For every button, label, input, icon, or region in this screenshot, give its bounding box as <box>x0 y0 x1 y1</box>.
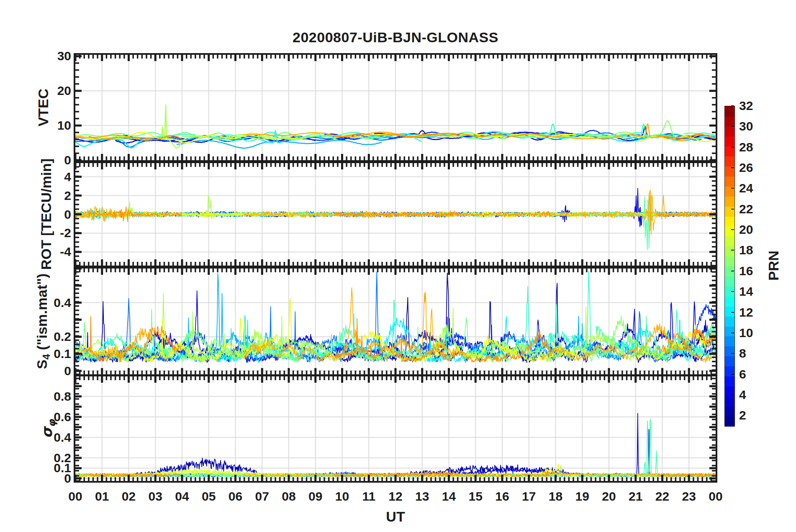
colorbar-label-prn: PRN <box>765 251 782 281</box>
x-tick-label-24: 00 <box>701 489 730 504</box>
colorbar-tick-mark-22 <box>731 209 734 210</box>
colorbar-segment-5 <box>725 376 734 386</box>
colorbar-segment-9 <box>725 336 734 347</box>
colorbar-tick-mark-24 <box>731 188 734 189</box>
colorbar-tick-mark-2 <box>731 415 734 416</box>
colorbar-tick-mark-20 <box>731 229 734 230</box>
colorbar-tick-mark-28 <box>731 147 734 148</box>
panel-s4 <box>74 267 717 376</box>
y-tick-label-vtec-30: 30 <box>39 49 71 63</box>
colorbar-tick-label-10: 10 <box>739 326 753 340</box>
y-tick-label-s4-0.4: 0.4 <box>39 296 71 310</box>
colorbar-tick-mark-32 <box>731 105 734 106</box>
panel-sigma-plot-canvas <box>75 376 716 481</box>
x-tick-label-8: 08 <box>274 489 303 504</box>
colorbar-segment-30 <box>725 126 734 137</box>
x-tick-label-21: 21 <box>621 489 650 504</box>
y-tick-label-s4-0.1: 0.1 <box>39 347 71 361</box>
x-tick-label-20: 20 <box>594 489 624 504</box>
colorbar-segment-10 <box>725 326 734 337</box>
x-tick-label-14: 14 <box>434 489 464 504</box>
colorbar-tick-mark-26 <box>731 167 734 168</box>
y-tick-label-s4-0: 0 <box>39 364 71 378</box>
y-tick-label-rot-2: 2 <box>39 189 71 203</box>
colorbar-segment-29 <box>725 136 734 147</box>
panel-vtec <box>74 53 717 162</box>
colorbar-segment-11 <box>725 316 734 327</box>
colorbar-tick-label-24: 24 <box>739 181 753 195</box>
x-tick-label-9: 09 <box>301 489 330 504</box>
colorbar-label-prn-text: PRN <box>765 251 781 281</box>
colorbar-segment-17 <box>725 256 734 267</box>
colorbar-segment-23 <box>725 196 734 207</box>
colorbar-segment-28 <box>725 146 734 157</box>
panel-vtec-plot-canvas <box>75 55 716 160</box>
x-tick-label-3: 03 <box>141 489 170 504</box>
colorbar-tick-mark-12 <box>731 312 734 313</box>
colorbar-tick-label-6: 6 <box>739 367 746 381</box>
colorbar-segment-22 <box>725 206 734 217</box>
x-tick-label-11: 11 <box>354 489 383 504</box>
colorbar-tick-label-14: 14 <box>739 284 753 299</box>
figure: 20200807-UiB-BJN-GLONASS VTEC ROT [TECU/… <box>0 0 796 532</box>
x-tick-label-1: 01 <box>87 489 117 504</box>
y-tick-label-sigma-0.6: 0.6 <box>39 410 71 424</box>
colorbar-tick-mark-8 <box>731 353 734 354</box>
colorbar-tick-label-22: 22 <box>739 202 753 216</box>
colorbar-segment-21 <box>725 216 734 227</box>
colorbar-tick-label-32: 32 <box>739 99 753 113</box>
colorbar-tick-label-2: 2 <box>739 408 746 422</box>
colorbar-tick-label-12: 12 <box>739 305 753 320</box>
x-tick-label-0: 00 <box>61 489 90 504</box>
colorbar-segment-13 <box>725 296 734 307</box>
colorbar-tick-label-26: 26 <box>739 161 753 175</box>
y-tick-label-rot-4: 4 <box>39 170 71 184</box>
panel-rot <box>74 161 717 267</box>
y-tick-label-rot-0: 0 <box>39 207 71 222</box>
colorbar-tick-mark-30 <box>731 126 734 127</box>
x-tick-label-15: 15 <box>461 489 490 504</box>
colorbar-segment-7 <box>725 356 734 367</box>
colorbar-segment-15 <box>725 276 734 286</box>
x-tick-label-18: 18 <box>541 489 570 504</box>
colorbar-segment-31 <box>725 116 734 127</box>
colorbar-segment-6 <box>725 366 734 377</box>
colorbar-segment-20 <box>725 226 734 237</box>
y-tick-label-sigma-0.4: 0.4 <box>39 430 71 445</box>
colorbar-segment-32 <box>725 106 734 117</box>
y-tick-label-s4-0.2: 0.2 <box>39 330 71 344</box>
x-tick-label-2: 02 <box>114 489 144 504</box>
y-tick-label-sigma-0.8: 0.8 <box>39 389 71 404</box>
colorbar-segment-12 <box>725 306 734 317</box>
colorbar-segment-27 <box>725 156 734 167</box>
colorbar-tick-label-4: 4 <box>739 388 746 402</box>
colorbar-segment-19 <box>725 236 734 247</box>
colorbar-tick-label-18: 18 <box>739 243 753 257</box>
colorbar-tick-label-8: 8 <box>739 346 746 361</box>
chart-title: 20200807-UiB-BJN-GLONASS <box>75 29 716 46</box>
panel-s4-plot-canvas <box>75 269 716 374</box>
colorbar-tick-mark-6 <box>731 374 734 375</box>
panel-sigma <box>74 375 717 483</box>
colorbar-tick-label-30: 30 <box>739 119 753 133</box>
x-tick-label-12: 12 <box>381 489 410 504</box>
x-tick-label-6: 06 <box>221 489 250 504</box>
colorbar-tick-label-16: 16 <box>739 264 753 278</box>
x-tick-label-16: 16 <box>488 489 517 504</box>
x-axis-label: UT <box>75 509 716 525</box>
y-tick-label-rot--2: -2 <box>39 226 71 240</box>
colorbar-tick-label-20: 20 <box>739 223 753 237</box>
y-tick-label-vtec-20: 20 <box>39 84 71 98</box>
colorbar-tick-mark-18 <box>731 250 734 251</box>
colorbar-tick-label-28: 28 <box>739 140 753 154</box>
y-tick-label-vtec-0: 0 <box>39 153 71 167</box>
x-tick-label-19: 19 <box>567 489 597 504</box>
colorbar-segment-1 <box>725 416 734 427</box>
colorbar-tick-mark-4 <box>731 394 734 395</box>
x-tick-label-7: 07 <box>247 489 277 504</box>
x-tick-label-4: 04 <box>167 489 197 504</box>
x-tick-label-13: 13 <box>408 489 437 504</box>
panel-rot-plot-canvas <box>75 163 716 266</box>
colorbar-segment-3 <box>725 396 734 407</box>
x-tick-label-10: 10 <box>328 489 357 504</box>
